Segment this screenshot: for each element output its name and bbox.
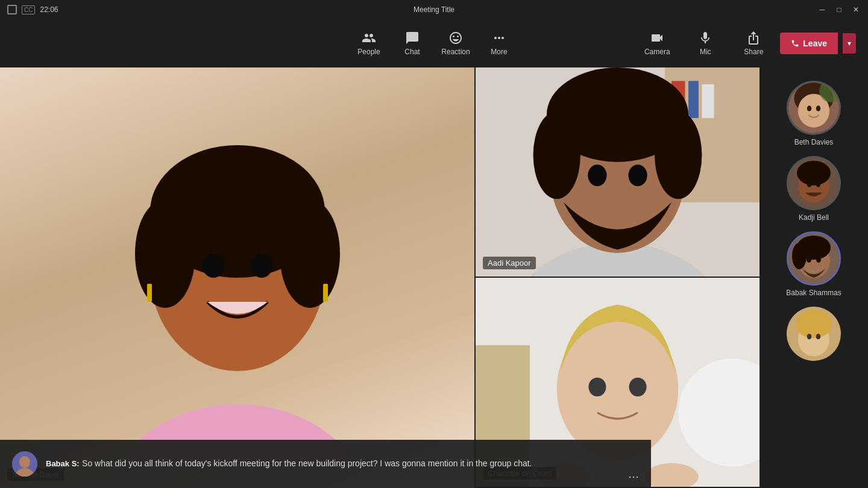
- beth-name: Beth Davies: [794, 138, 834, 146]
- cc-badge: CC: [22, 5, 35, 14]
- sidebar-item-babak[interactable]: Babak Shammas: [760, 225, 868, 301]
- kadji-avatar: [787, 156, 841, 210]
- titlebar: CC 22:06 Meeting Title ─ □ ✕: [0, 0, 868, 19]
- toolbar: People Chat Reaction More Camera Mi: [0, 19, 868, 67]
- svg-point-55: [807, 334, 811, 339]
- babak-sidebar-avatar: [787, 231, 841, 286]
- toolbar-camera[interactable]: Camera: [635, 19, 679, 67]
- chat-icon: [405, 31, 420, 45]
- caption-options-button[interactable]: ⋯: [628, 470, 639, 483]
- close-button[interactable]: ✕: [851, 5, 861, 14]
- chevron-icon: ▾: [848, 39, 851, 48]
- titlebar-left: CC 22:06: [7, 5, 58, 14]
- people-label: People: [357, 48, 380, 56]
- mic-icon: [698, 31, 712, 45]
- svg-point-45: [816, 181, 820, 187]
- toolbar-reaction[interactable]: Reaction: [434, 19, 477, 67]
- svg-point-20: [655, 111, 702, 199]
- reaction-label: Reaction: [441, 48, 470, 56]
- toolbar-chat[interactable]: Chat: [391, 19, 434, 67]
- toolbar-more[interactable]: More: [477, 19, 521, 67]
- toolbar-right-actions: Camera Mic Share Leave ▾: [635, 19, 856, 67]
- toolbar-mic[interactable]: Mic: [684, 19, 727, 67]
- babak-name: Babak Shammas: [786, 289, 841, 297]
- meeting-timer: 22:06: [40, 5, 58, 14]
- share-label: Share: [744, 48, 763, 56]
- svg-point-44: [807, 181, 811, 187]
- main-content: Serena Davis: [0, 67, 868, 488]
- beth-avatar: [787, 81, 841, 135]
- kadji-name: Kadji Bell: [799, 213, 829, 222]
- serena-video-fill: [0, 67, 474, 488]
- right-video-column: Aadi Kapoor: [474, 67, 760, 488]
- svg-point-43: [797, 161, 831, 186]
- caption-message-text: So what did you all think of today's kic…: [82, 458, 532, 468]
- svg-point-54: [796, 310, 832, 339]
- beth-avatar-svg: [788, 81, 839, 135]
- chat-label: Chat: [404, 48, 420, 56]
- window-controls: ─ □ ✕: [817, 5, 861, 14]
- svg-rect-8: [147, 284, 152, 302]
- svg-point-49: [792, 243, 807, 269]
- more-label: More: [491, 48, 507, 56]
- svg-point-6: [203, 254, 224, 278]
- svg-point-56: [816, 334, 820, 339]
- svg-point-40: [816, 105, 820, 111]
- svg-point-29: [629, 378, 647, 396]
- svg-point-21: [588, 164, 606, 186]
- svg-point-22: [628, 164, 647, 186]
- caption-text-block: Babak S: So what did you all think of to…: [46, 458, 620, 470]
- svg-rect-13: [688, 81, 699, 118]
- leave-phone-icon: [791, 39, 799, 48]
- svg-point-4: [135, 199, 195, 308]
- extra-avatar-svg: [788, 307, 839, 361]
- svg-rect-9: [323, 284, 328, 302]
- svg-point-5: [280, 199, 340, 308]
- kadji-avatar-svg: [788, 156, 839, 210]
- svg-point-28: [588, 378, 606, 396]
- svg-point-7: [251, 254, 272, 278]
- babak-sidebar-avatar-svg: [788, 233, 839, 284]
- minimize-button[interactable]: ─: [817, 5, 827, 14]
- sidebar-item-kadji[interactable]: Kadji Bell: [760, 150, 868, 225]
- toolbar-people[interactable]: People: [347, 19, 391, 67]
- svg-rect-14: [702, 84, 714, 118]
- reaction-icon: [448, 31, 463, 45]
- babak-avatar-svg: [12, 451, 37, 477]
- extra-avatar: [787, 307, 841, 361]
- sidebar-item-extra[interactable]: [760, 301, 868, 364]
- maximize-button[interactable]: □: [834, 5, 844, 14]
- people-icon: [362, 31, 376, 45]
- sidebar-participants: Beth Davies Kadji Bell: [760, 67, 868, 488]
- camera-icon: [650, 31, 664, 45]
- sidebar-item-beth[interactable]: Beth Davies: [760, 75, 868, 150]
- camera-label: Camera: [644, 48, 670, 56]
- video-cell-aadi[interactable]: Aadi Kapoor: [474, 67, 760, 278]
- svg-point-33: [19, 456, 30, 468]
- svg-point-39: [807, 105, 811, 111]
- leave-button[interactable]: Leave: [780, 33, 838, 54]
- svg-point-50: [807, 257, 811, 263]
- caption-avatar: [12, 451, 37, 477]
- leave-label: Leave: [803, 39, 827, 48]
- svg-point-19: [533, 111, 580, 199]
- serena-avatar-svg: [117, 91, 358, 465]
- meeting-title: Meeting Title: [414, 5, 454, 14]
- caption-bar: Babak S: So what did you all think of to…: [0, 440, 651, 488]
- toolbar-share[interactable]: Share: [732, 19, 775, 67]
- mic-label: Mic: [700, 48, 711, 56]
- aadi-avatar-svg: [476, 67, 760, 277]
- security-icon: [7, 5, 17, 14]
- video-grid: Serena Davis: [0, 67, 760, 488]
- share-icon: [746, 31, 761, 45]
- svg-point-51: [816, 257, 821, 263]
- caption-speaker: Babak S:: [46, 459, 80, 468]
- main-video-serena[interactable]: Serena Davis: [0, 67, 474, 488]
- more-icon: [492, 31, 506, 45]
- aadi-label: Aadi Kapoor: [483, 257, 536, 269]
- leave-chevron-button[interactable]: ▾: [843, 33, 856, 54]
